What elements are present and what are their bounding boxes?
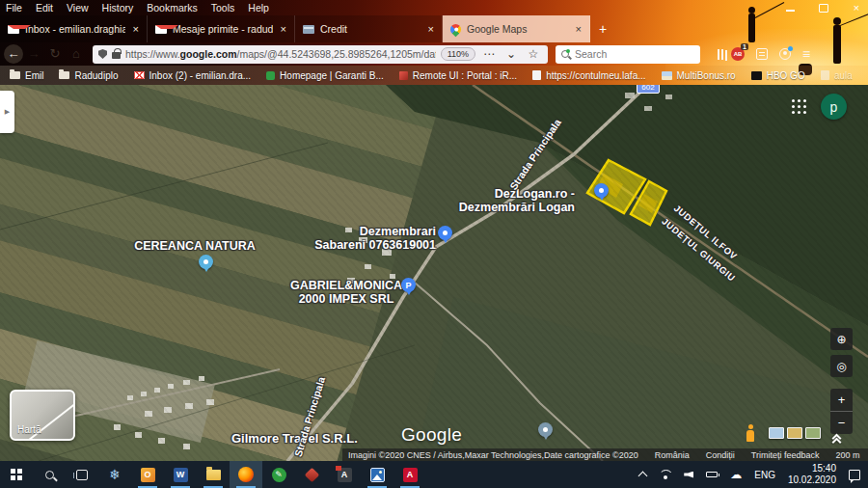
label-cereanca-natura[interactable]: CEREANCA NATURA	[89, 239, 301, 253]
label-dezlogan[interactable]: DezLogan.ro -Dezmembrări Logan	[372, 187, 575, 215]
account-icon[interactable]	[779, 48, 791, 60]
google-apps-grid-icon[interactable]	[792, 99, 806, 114]
battery-icon[interactable]	[706, 472, 718, 477]
home-button[interactable]: ⌂	[66, 44, 87, 64]
taskbar-app-outlook[interactable]: O	[131, 461, 164, 488]
my-location-button[interactable]: ◎	[830, 355, 853, 377]
feedback-link[interactable]: Trimiteți feedback	[751, 450, 820, 460]
bookmark-multibonus[interactable]: MultiBonus.ro	[662, 70, 736, 81]
tab-inbox[interactable]: Inbox - emilian.draghia@romp ×	[0, 15, 148, 42]
bookmark-aula[interactable]: aula	[821, 70, 853, 81]
taskbar-app-explorer[interactable]	[197, 461, 230, 488]
taskbar-app-acrobat[interactable]: A	[393, 461, 426, 488]
taskbar-app-greenshot[interactable]: ✎	[262, 461, 295, 488]
page-zoom-badge[interactable]: 110%	[441, 47, 475, 61]
expand-side-panel-button[interactable]: ▶	[0, 91, 14, 133]
layer-thumbnail-map[interactable]	[769, 427, 784, 439]
taskbar-app-translator[interactable]: A	[328, 461, 361, 488]
layer-thumbnail-terrain[interactable]	[787, 427, 802, 439]
taskbar-app-firefox[interactable]	[230, 461, 262, 488]
label-line: GABRIEL&MONICA	[290, 279, 402, 292]
parking-pin[interactable]: P	[401, 278, 416, 292]
library-icon[interactable]	[718, 49, 719, 60]
bookmark-hbo-go[interactable]: HBO GO	[751, 70, 805, 81]
pegman-street-view[interactable]	[745, 424, 756, 442]
clock[interactable]: 15:40 10.02.2020	[788, 463, 836, 487]
tab-close-icon[interactable]: ×	[279, 23, 288, 35]
search-bar[interactable]: Search	[556, 45, 700, 64]
minimap-toggle[interactable]: Hartă	[10, 390, 75, 441]
forward-button[interactable]: →	[23, 44, 44, 64]
label-gabriel-monica[interactable]: GABRIEL&MONICA2000 IMPEX SRL	[289, 279, 403, 307]
scale-label: 200 m	[836, 450, 860, 460]
overflow-icon[interactable]: ⋯	[480, 47, 498, 61]
tab-google-maps[interactable]: Google Maps ×	[443, 15, 590, 42]
tray-expand-icon[interactable]	[638, 472, 648, 481]
menu-edit[interactable]: Edit	[36, 2, 53, 14]
poi-pin[interactable]	[199, 255, 213, 269]
terms-link[interactable]: Condiții	[706, 450, 735, 460]
bookmark-inbox[interactable]: Inbox (2) - emilian.dra...	[134, 70, 252, 81]
new-tab-button[interactable]: +	[590, 15, 615, 42]
onedrive-cloud-icon[interactable]: ☁	[730, 469, 742, 480]
back-button[interactable]: ←	[4, 44, 23, 64]
collapse-controls-button[interactable]	[833, 438, 840, 446]
red-diamond-icon	[304, 467, 319, 482]
task-view-button[interactable]	[66, 461, 98, 488]
close-button[interactable]: ×	[851, 3, 862, 13]
pocket-icon[interactable]: ⌄	[502, 47, 520, 61]
windows-logo-icon	[11, 469, 22, 480]
bookmark-remote-ui[interactable]: Remote UI : Portal : iR...	[399, 70, 517, 81]
tab-credit[interactable]: Credit ×	[295, 15, 443, 42]
action-center-icon[interactable]	[849, 470, 860, 480]
lock-icon[interactable]	[112, 52, 121, 59]
adblock-icon[interactable]: AB 1	[731, 47, 745, 61]
zoom-in-button[interactable]: +	[830, 389, 853, 412]
adblock-badge: 1	[741, 43, 748, 50]
maximize-button[interactable]	[818, 3, 829, 13]
sidebars-icon[interactable]	[756, 48, 768, 60]
url-bar[interactable]: https://www.google.com/maps/@44.5243698,…	[93, 45, 548, 64]
taskbar-app-photos[interactable]	[361, 461, 393, 488]
map-canvas[interactable]: ▶ 602 CEREANCA NATURA DezLogan.ro -Dezme…	[0, 85, 868, 461]
menu-bookmarks[interactable]: Bookmarks	[147, 2, 198, 14]
hamburger-menu-icon[interactable]: ≡	[802, 46, 810, 62]
bookmark-folder-radudiplo[interactable]: Radudiplo	[59, 70, 118, 81]
wifi-icon[interactable]	[659, 470, 671, 479]
menu-tools[interactable]: Tools	[211, 2, 235, 14]
date: 10.02.2020	[788, 474, 836, 487]
bookmark-label: Radudiplo	[74, 70, 118, 81]
poi-pin[interactable]	[538, 422, 553, 437]
tab-mesaje[interactable]: Mesaje primite - radudiplo@g ×	[148, 15, 295, 42]
menu-view[interactable]: View	[67, 2, 89, 14]
menu-help[interactable]: Help	[248, 2, 269, 14]
bookmark-folder-emil[interactable]: Emil	[10, 70, 43, 81]
tracking-protection-icon[interactable]	[98, 49, 107, 59]
start-button[interactable]	[0, 461, 33, 488]
label-dezmembrari-sabareni[interactable]: DezmembrariSabareni 0763619001	[314, 225, 436, 253]
menu-file[interactable]: File	[6, 2, 22, 14]
taskbar-app-word[interactable]: W	[164, 461, 197, 488]
bookmark-contulmeu[interactable]: https://contulmeu.lafa...	[532, 70, 645, 81]
taskbar-search-button[interactable]	[33, 461, 66, 488]
taskbar-app-diamond[interactable]	[295, 461, 328, 488]
bookmark-garanti[interactable]: Homepage | Garanti B...	[266, 70, 384, 81]
bookmark-star-icon[interactable]: ☆	[525, 47, 542, 61]
reload-button[interactable]: ↻	[44, 44, 66, 64]
taskbar-app-snowflake[interactable]: ❄	[98, 461, 131, 488]
globe-view-button[interactable]: ⊕	[830, 328, 853, 350]
language-indicator[interactable]: ENG	[754, 470, 775, 480]
poi-pin[interactable]	[438, 226, 452, 240]
poi-pin[interactable]	[594, 183, 609, 198]
tab-close-icon[interactable]: ×	[574, 23, 583, 35]
menu-history[interactable]: History	[102, 2, 134, 14]
zoom-out-button[interactable]: −	[830, 412, 853, 434]
volume-icon[interactable]	[684, 472, 693, 478]
tab-close-icon[interactable]: ×	[426, 23, 436, 35]
url-domain: google.com	[180, 48, 237, 60]
account-avatar[interactable]: p	[821, 94, 847, 120]
layer-thumbnail-satellite[interactable]	[805, 427, 821, 439]
minimize-button[interactable]	[785, 3, 797, 13]
tab-close-icon[interactable]: ×	[131, 23, 141, 35]
attribution-bar: Imagini ©2020 CNES / Airbus,Maxar Techno…	[342, 448, 868, 461]
